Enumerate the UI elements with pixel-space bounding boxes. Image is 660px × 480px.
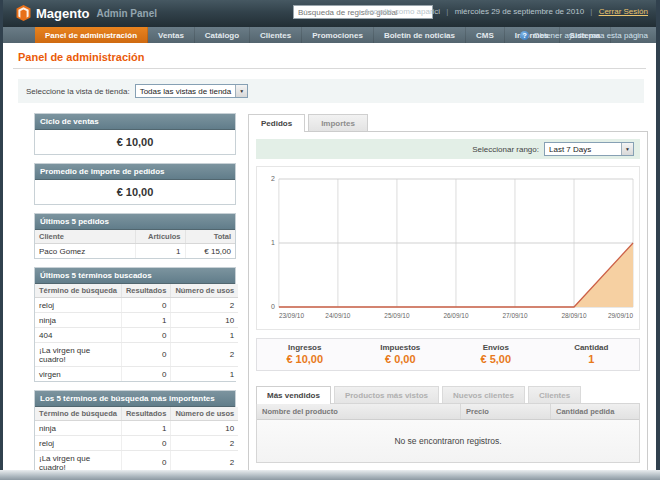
cell: 0	[121, 367, 170, 382]
store-view-value: Todas las vistas de tienda	[136, 87, 236, 96]
stat-tax: Impuestos € 0,00	[353, 339, 449, 370]
table-row[interactable]: ninja 1 10	[35, 421, 238, 436]
store-view-bar: Seleccione la vista de tienda: Todas las…	[18, 79, 644, 103]
help-link[interactable]: ? Obtener ayuda para esta página	[520, 27, 648, 43]
nav-item-dashboard[interactable]: Panel de administración	[35, 27, 148, 43]
nav-item-catalog[interactable]: Catálogo	[195, 27, 250, 43]
col-header: Cliente	[35, 230, 135, 244]
tab-orders[interactable]: Pedidos	[248, 114, 305, 132]
main-nav: Panel de administración Ventas Catálogo …	[3, 27, 656, 43]
bestsellers-grid: Nombre del producto Precio Cantidad pedi…	[256, 403, 640, 463]
empty-records-message: No se encontraron registros.	[257, 420, 639, 462]
col-header-price: Precio	[461, 404, 551, 419]
divider	[13, 68, 646, 69]
last-orders-title: Últimos 5 pedidos	[35, 214, 235, 230]
cell: 0	[121, 328, 170, 343]
cell: reloj	[35, 436, 121, 451]
stat-revenue: Ingresos € 10,00	[257, 339, 353, 370]
table-row[interactable]: ninja 1 10	[35, 313, 238, 328]
current-date: miércoles 29 de septiembre de 2010	[455, 7, 584, 16]
logout-link[interactable]: Cerrar Sesión	[599, 7, 648, 16]
stat-value: € 5,00	[448, 353, 544, 365]
average-orders-value: € 10,00	[35, 180, 235, 204]
last-orders-table: Cliente Artículos Total Paco Gomez 1 € 1…	[35, 230, 235, 258]
orders-panel: Seleccionar rango: Last 7 Days ▼ 01223/0…	[248, 131, 648, 470]
nav-item-cms[interactable]: CMS	[466, 27, 505, 43]
average-orders-title: Promedio de importe de pedidos	[35, 164, 235, 180]
cell: 10	[171, 313, 238, 328]
top-search-terms-box: Los 5 términos de búsqueda más important…	[34, 390, 236, 470]
range-select[interactable]: Last 7 Days ▼	[544, 142, 634, 156]
table-row[interactable]: ¡La virgen que cuadro! 0 2	[35, 451, 238, 471]
nav-item-newsletter[interactable]: Boletín de noticias	[374, 27, 466, 43]
cell: ninja	[35, 313, 121, 328]
tab-new-customers[interactable]: Nuevos clientes	[442, 386, 525, 404]
store-view-label: Seleccione la vista de tienda:	[26, 87, 130, 96]
table-row[interactable]: Paco Gomez 1 € 15,00	[35, 244, 235, 259]
range-value: Last 7 Days	[545, 145, 595, 154]
svg-text:27/09/10: 27/09/10	[502, 312, 528, 319]
store-view-select[interactable]: Todas las vistas de tienda ▼	[135, 84, 249, 98]
table-row[interactable]: reloj 0 2	[35, 298, 238, 313]
last-orders-box: Últimos 5 pedidos Cliente Artículos Tota…	[34, 213, 236, 259]
last-search-terms-table: Término de búsqueda Resultados Número de…	[35, 284, 238, 381]
col-header: Término de búsqueda	[35, 407, 121, 421]
col-header-qty: Cantidad pedida	[551, 404, 639, 419]
chevron-down-icon: ▼	[621, 143, 633, 155]
logged-in-as: Accedió como aparici	[364, 7, 440, 16]
cell: ¡La virgen que cuadro!	[35, 343, 121, 367]
nav-item-promotions[interactable]: Promociones	[302, 27, 374, 43]
stat-label: Impuestos	[353, 343, 449, 352]
stat-value: € 0,00	[353, 353, 449, 365]
tab-amounts[interactable]: Importes	[308, 114, 368, 132]
stat-label: Cantidad	[544, 343, 640, 352]
cell: 0	[121, 451, 170, 471]
bottom-tabs: Más vendidos Productos más vistos Nuevos…	[256, 385, 640, 403]
cell: 2	[171, 436, 238, 451]
nav-item-sales[interactable]: Ventas	[148, 27, 195, 43]
stat-label: Ingresos	[257, 343, 353, 352]
separator: |	[446, 7, 448, 16]
logo-title: Magento	[36, 6, 89, 21]
logo-subtitle: Admin Panel	[96, 8, 157, 19]
magento-admin-window: Magento Admin Panel Accedió como aparici…	[3, 0, 656, 470]
tab-customers[interactable]: Clientes	[528, 386, 581, 404]
svg-text:23/09/10: 23/09/10	[279, 312, 305, 319]
lifetime-sales-title: Ciclo de ventas	[35, 114, 235, 130]
cell: 0	[121, 436, 170, 451]
svg-text:2: 2	[271, 175, 275, 182]
cell: 1	[121, 421, 170, 436]
cell: Paco Gomez	[35, 244, 135, 259]
cell: 404	[35, 328, 121, 343]
cell: reloj	[35, 298, 121, 313]
svg-text:0: 0	[271, 303, 275, 310]
help-icon: ?	[520, 31, 529, 40]
svg-text:24/09/10: 24/09/10	[325, 312, 351, 319]
stat-label: Envíos	[448, 343, 544, 352]
col-header: Término de búsqueda	[35, 284, 121, 298]
lifetime-sales-value: € 10,00	[35, 130, 235, 154]
table-row[interactable]: ¡La virgen que cuadro! 0 2	[35, 343, 238, 367]
chart-tabs: Pedidos Importes	[248, 113, 648, 131]
last-search-terms-box: Últimos 5 términos buscados Término de b…	[34, 267, 236, 382]
tab-most-viewed[interactable]: Productos más vistos	[334, 386, 439, 404]
tab-bestsellers[interactable]: Más vendidos	[256, 386, 331, 404]
stat-value: 1	[544, 353, 640, 365]
range-bar: Seleccionar rango: Last 7 Days ▼	[256, 139, 640, 159]
range-label: Seleccionar rango:	[472, 145, 539, 154]
nav-item-customers[interactable]: Clientes	[250, 27, 302, 43]
table-row[interactable]: reloj 0 2	[35, 436, 238, 451]
stat-shipping: Envíos € 5,00	[448, 339, 544, 370]
cell: ninja	[35, 421, 121, 436]
orders-chart-svg: 01223/09/1024/09/1025/09/1026/09/1027/09…	[259, 171, 637, 327]
table-row[interactable]: 404 0 1	[35, 328, 238, 343]
svg-text:26/09/10: 26/09/10	[443, 312, 469, 319]
cell: 2	[171, 298, 238, 313]
separator: |	[590, 7, 592, 16]
table-row[interactable]: virgen 0 1	[35, 367, 238, 382]
col-header-product: Nombre del producto	[257, 404, 461, 419]
page-title: Panel de administración	[18, 51, 644, 63]
average-orders-box: Promedio de importe de pedidos € 10,00	[34, 163, 236, 205]
col-header: Resultados	[121, 407, 170, 421]
help-label: Obtener ayuda para esta página	[533, 31, 648, 40]
